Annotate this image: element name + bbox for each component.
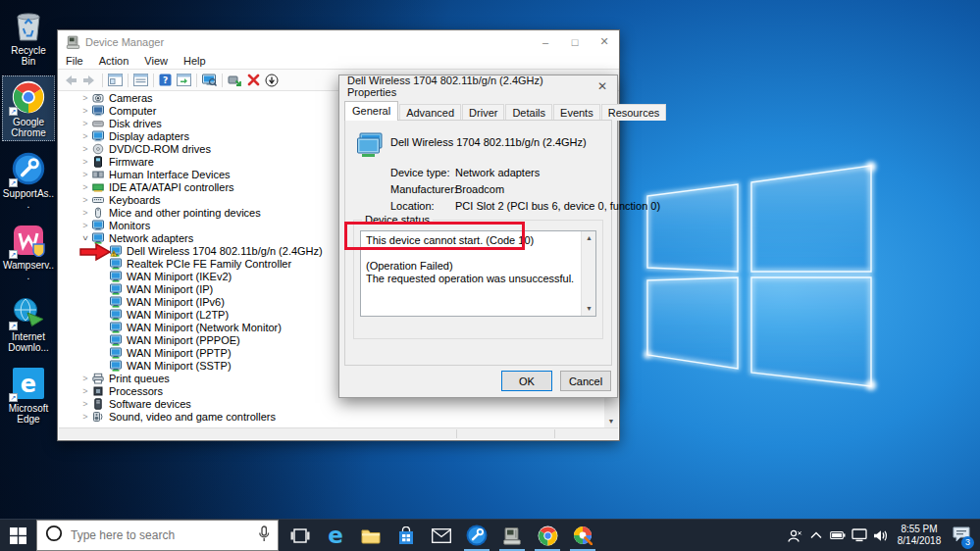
battery-icon[interactable] (827, 520, 849, 551)
toolbar-separator (153, 74, 154, 87)
minimize-button[interactable]: – (531, 30, 560, 53)
device-status-label: Device status (362, 214, 433, 225)
desktop-icon-label: Google Chrome (4, 117, 53, 138)
tab-driver[interactable]: Driver (462, 104, 504, 121)
taskbar-app-devmgr[interactable] (494, 520, 530, 551)
maximize-button[interactable]: □ (560, 30, 590, 53)
back-toolbar-icon[interactable] (63, 74, 77, 87)
chevron-right-icon[interactable]: > (78, 195, 92, 205)
tab-general[interactable]: General (344, 101, 398, 121)
update-toolbar-icon[interactable] (228, 74, 242, 87)
computer-icon (92, 105, 105, 117)
chevron-right-icon[interactable]: > (78, 208, 92, 218)
chevron-right-icon[interactable]: > (78, 157, 92, 167)
console2-toolbar-icon[interactable] (177, 74, 191, 86)
device-manager-app-icon (66, 35, 80, 49)
chevron-right-icon[interactable]: > (78, 182, 92, 192)
status-line-detail: The requested operation was unsuccessful… (366, 273, 576, 285)
chevron-down-icon[interactable]: > (80, 231, 90, 245)
chevron-right-icon[interactable]: > (78, 144, 92, 154)
people-icon[interactable] (784, 520, 805, 551)
chevron-right-icon[interactable]: > (78, 106, 92, 116)
tree-item-label: DVD/CD-ROM drives (109, 143, 211, 155)
scroll-up-icon[interactable]: ▲ (582, 231, 596, 245)
disable-toolbar-icon[interactable] (265, 74, 279, 87)
properties-dialog: Dell Wireless 1704 802.11b/g/n (2.4GHz) … (338, 75, 618, 398)
desktop-icon-recycle-bin[interactable]: Recycle Bin (2, 4, 55, 70)
uninstall-toolbar-icon[interactable] (247, 74, 260, 86)
tree-item-label: Human Interface Devices (109, 169, 231, 180)
dialog-titlebar[interactable]: Dell Wireless 1704 802.11b/g/n (2.4GHz) … (339, 75, 617, 97)
desktop-icon-label: Wampserv... (2, 260, 55, 281)
wampserver-icon: ↗ (11, 223, 46, 258)
desktop-icon-microsoft-edge[interactable]: e↗Microsoft Edge (2, 362, 55, 427)
desktop-icon-label: SupportAs... (2, 188, 55, 210)
scroll-down-icon[interactable]: ▼ (604, 415, 618, 427)
microphone-icon[interactable] (258, 526, 270, 546)
chevron-right-icon[interactable]: > (78, 93, 92, 103)
ok-button[interactable]: OK (501, 371, 552, 391)
chevron-right-icon[interactable]: > (78, 221, 92, 230)
menu-file[interactable]: File (58, 55, 91, 67)
taskbar-app-taskview[interactable] (283, 520, 318, 551)
status-scrollbar[interactable]: ▲ ▼ (581, 231, 595, 316)
forward-toolbar-icon[interactable] (82, 74, 97, 87)
chevron-right-icon[interactable]: > (78, 374, 92, 383)
taskbar-app-edge[interactable]: e (318, 520, 353, 551)
tree-item-label: Sound, video and game controllers (109, 411, 276, 423)
microsoft-edge-icon: e↗ (11, 366, 46, 401)
taskbar-app-store[interactable] (388, 520, 424, 551)
chevron-right-icon[interactable]: > (78, 399, 92, 409)
shortcut-arrow-icon: ↗ (9, 178, 18, 187)
dialog-close-icon[interactable]: ✕ (588, 75, 617, 97)
taskbar-app-mail[interactable] (424, 520, 459, 551)
cancel-button[interactable]: Cancel (560, 371, 611, 391)
tab-advanced[interactable]: Advanced (399, 104, 461, 121)
volume-icon[interactable] (870, 520, 892, 551)
dvd-icon (92, 143, 105, 155)
general-tab-page: Dell Wireless 1704 802.11b/g/n (2.4GHz) … (344, 120, 612, 366)
chevron-right-icon[interactable]: > (78, 170, 92, 179)
tree-item[interactable]: >Sound, video and game controllers (59, 410, 604, 423)
scan-toolbar-icon[interactable] (202, 74, 217, 87)
close-button[interactable]: ✕ (590, 30, 619, 53)
scroll-down-icon[interactable]: ▼ (582, 302, 596, 316)
start-button[interactable] (0, 520, 36, 551)
tab-events[interactable]: Events (553, 104, 600, 121)
chevron-up-icon[interactable] (805, 520, 827, 551)
cortana-icon (45, 525, 63, 546)
mouse-icon (92, 207, 105, 219)
search-box[interactable] (36, 520, 279, 551)
help-toolbar-icon[interactable]: ? (159, 74, 172, 86)
taskbar-app-support[interactable] (459, 520, 494, 551)
taskbar-clock[interactable]: 8:55 PM 8/14/2018 (894, 524, 945, 547)
taskbar-app-chrome[interactable] (530, 520, 565, 551)
console-toolbar-icon[interactable] (108, 74, 123, 86)
chevron-right-icon[interactable]: > (78, 412, 92, 422)
taskbar-app-explorer[interactable] (353, 520, 388, 551)
desktop-icon-supportassist[interactable]: ↗SupportAs... (2, 147, 55, 213)
tab-resources[interactable]: Resources (601, 104, 667, 121)
chevron-right-icon[interactable]: > (78, 386, 92, 396)
desktop-icon-google-chrome[interactable]: ↗Google Chrome (2, 75, 55, 141)
toolbar-separator (102, 74, 103, 87)
hid-icon (92, 169, 105, 180)
menu-action[interactable]: Action (91, 55, 137, 67)
action-center-button[interactable]: 3 (947, 520, 976, 551)
tree-item[interactable]: >Software devices (59, 397, 604, 410)
menu-view[interactable]: View (136, 55, 176, 67)
props-toolbar-icon[interactable] (133, 74, 148, 86)
device-manager-titlebar[interactable]: Device Manager – □ ✕ (58, 30, 619, 53)
chevron-right-icon[interactable]: > (78, 119, 92, 128)
desktop-icon-wampserver[interactable]: ↗Wampserv... (2, 219, 55, 284)
taskbar-app-paint[interactable] (565, 520, 600, 551)
device-status-box[interactable]: This device cannot start. (Code 10) (Ope… (360, 230, 596, 317)
menu-help[interactable]: Help (176, 55, 214, 67)
tab-details[interactable]: Details (505, 104, 552, 121)
tree-item-label: WAN Miniport (SSTP) (127, 360, 232, 372)
network-icon[interactable] (849, 520, 870, 551)
chevron-right-icon[interactable]: > (78, 131, 92, 141)
software-icon (92, 398, 105, 410)
desktop-icon-idm[interactable]: ↗Internet Downlo... (2, 290, 55, 356)
search-input[interactable] (71, 528, 258, 542)
